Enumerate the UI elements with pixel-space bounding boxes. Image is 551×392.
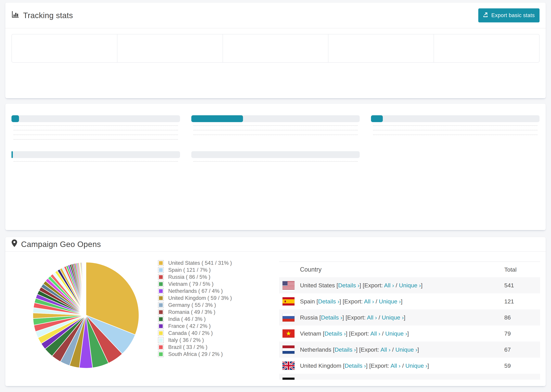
- legend-swatch: [158, 267, 164, 273]
- geo-table-row-gb: United Kingdom [Details ›] [Export: All …: [279, 358, 540, 374]
- legend-item-united-kingdom[interactable]: United Kingdom ( 59 / 3% ): [158, 294, 232, 301]
- dotted-leader: [14, 135, 178, 135]
- stat-cell-clicks: [117, 34, 223, 62]
- legend-swatch: [158, 302, 164, 308]
- rate-detail-row: [11, 136, 180, 136]
- details-link[interactable]: Details ›: [335, 346, 356, 353]
- dotted-leader: [373, 130, 537, 130]
- geo-table-header: Country Total: [279, 262, 540, 277]
- legend-swatch: [158, 309, 164, 315]
- legend-item-vietnam[interactable]: Vietnam ( 79 / 5% ): [158, 280, 232, 287]
- rate-detail-row: [371, 136, 540, 136]
- legend-item-italy[interactable]: Italy ( 36 / 2% ): [158, 336, 232, 343]
- legend-label: Brazil ( 33 / 2% ): [168, 344, 207, 350]
- rate-progress-fill: [371, 115, 383, 122]
- export-all-link[interactable]: All ›: [370, 330, 380, 337]
- rate-detail-row: [371, 126, 540, 127]
- legend-label: Italy ( 36 / 2% ): [168, 337, 204, 343]
- country-label: Spain [Details ›] [Export: All › / Uniqu…: [300, 298, 403, 305]
- legend-swatch: [158, 330, 164, 336]
- rates-grid: [11, 111, 540, 163]
- legend-label: Spain ( 121 / 7% ): [168, 267, 211, 273]
- rate-progress-track: [191, 151, 360, 158]
- legend-swatch: [158, 288, 164, 294]
- legend-item-united-states[interactable]: United States ( 541 / 31% ): [158, 259, 232, 266]
- details-link[interactable]: Details ›: [325, 330, 346, 337]
- details-link[interactable]: Details ›: [345, 362, 366, 369]
- export-unique-link[interactable]: Unique ›: [379, 298, 401, 305]
- flag-ru-icon: [283, 313, 295, 322]
- rate-detail-row: [191, 162, 360, 163]
- legend-label: Romania ( 49 / 3% ): [168, 309, 215, 315]
- legend-label: Canada ( 40 / 2% ): [168, 330, 213, 336]
- country-label: United Kingdom [Details ›] [Export: All …: [300, 362, 429, 369]
- export-icon: [483, 12, 488, 19]
- dotted-leader: [14, 161, 178, 162]
- export-unique-link[interactable]: Unique ›: [385, 330, 407, 337]
- legend-label: Germany ( 55 / 3% ): [168, 302, 216, 308]
- page-title: Tracking stats: [23, 11, 73, 20]
- geo-table-row-us: United States [Details ›] [Export: All ›…: [279, 277, 540, 293]
- export-unique-link[interactable]: Unique ›: [382, 314, 404, 321]
- stats-summary-box: [11, 34, 540, 63]
- export-all-link[interactable]: All ›: [390, 362, 401, 369]
- rate-progress-track: [191, 115, 360, 122]
- rate-detail-row: [11, 126, 180, 127]
- legend-item-south-africa[interactable]: South Africa ( 29 / 2% ): [158, 351, 232, 358]
- geo-opens-card: Campaign Geo Opens United States ( 541 /…: [5, 237, 546, 386]
- column-header-total: Total: [504, 266, 540, 273]
- total-cell: 67: [504, 346, 540, 353]
- geo-body: United States ( 541 / 31% ) Spain ( 121 …: [5, 252, 546, 386]
- legend-label: India ( 46 / 3% ): [168, 316, 206, 322]
- legend-swatch: [158, 316, 164, 322]
- export-unique-link[interactable]: Unique ›: [405, 362, 427, 369]
- legend-swatch: [158, 344, 164, 350]
- rate-progress-track: [11, 151, 180, 158]
- legend-item-brazil[interactable]: Brazil ( 33 / 2% ): [158, 343, 232, 351]
- rate-detail-row: [11, 140, 180, 140]
- details-link[interactable]: Details ›: [338, 282, 360, 288]
- rates-card: [5, 104, 546, 230]
- country-label: Russia [Details ›] [Export: All › / Uniq…: [300, 314, 405, 321]
- flag-es-icon: [283, 297, 295, 305]
- country-cell: Netherlands [Details ›] [Export: All › /…: [279, 345, 504, 354]
- flag-de-icon: [283, 378, 295, 380]
- dotted-leader: [14, 139, 178, 140]
- total-cell: 541: [504, 282, 540, 289]
- export-all-link[interactable]: All ›: [364, 298, 374, 305]
- export-unique-link[interactable]: Unique ›: [388, 378, 410, 380]
- total-cell: 55: [504, 378, 540, 380]
- rate-detail-row: [11, 162, 180, 163]
- dotted-leader: [193, 135, 358, 135]
- flag-vn-icon: [283, 329, 295, 338]
- details-link[interactable]: Details ›: [321, 314, 342, 321]
- legend-swatch: [158, 295, 164, 301]
- country-label: United States [Details ›] [Export: All ›…: [300, 282, 423, 289]
- legend-item-canada[interactable]: Canada ( 40 / 2% ): [158, 329, 232, 336]
- export-all-link[interactable]: All ›: [373, 378, 383, 380]
- flag-nl-icon: [283, 345, 295, 354]
- legend-label: United States ( 541 / 31% ): [168, 260, 232, 266]
- legend-item-russia[interactable]: Russia ( 86 / 5% ): [158, 273, 232, 280]
- total-cell: 86: [504, 314, 540, 321]
- export-basic-stats-button[interactable]: Export basic stats: [478, 8, 540, 22]
- legend-item-france[interactable]: France ( 42 / 2% ): [158, 322, 232, 329]
- column-header-country: Country: [279, 266, 504, 273]
- legend-item-germany[interactable]: Germany ( 55 / 3% ): [158, 301, 232, 308]
- details-link[interactable]: Details ›: [318, 298, 339, 305]
- legend-swatch: [158, 351, 164, 357]
- legend-item-spain[interactable]: Spain ( 121 / 7% ): [158, 266, 232, 273]
- rate-progress-fill: [191, 115, 243, 122]
- details-link[interactable]: Details ›: [327, 378, 349, 380]
- legend-item-romania[interactable]: Romania ( 49 / 3% ): [158, 308, 232, 315]
- country-cell: United States [Details ›] [Export: All ›…: [279, 281, 504, 289]
- legend-item-india[interactable]: India ( 46 / 3% ): [158, 315, 232, 322]
- export-all-link[interactable]: All ›: [381, 346, 391, 353]
- export-unique-link[interactable]: Unique ›: [395, 346, 417, 353]
- legend-item-netherlands[interactable]: Netherlands ( 67 / 4% ): [158, 287, 232, 294]
- export-all-link[interactable]: All ›: [384, 282, 394, 288]
- export-unique-link[interactable]: Unique ›: [399, 282, 421, 288]
- export-all-link[interactable]: All ›: [367, 314, 377, 321]
- stat-cell-complaints: [328, 34, 434, 62]
- legend-swatch: [158, 260, 164, 266]
